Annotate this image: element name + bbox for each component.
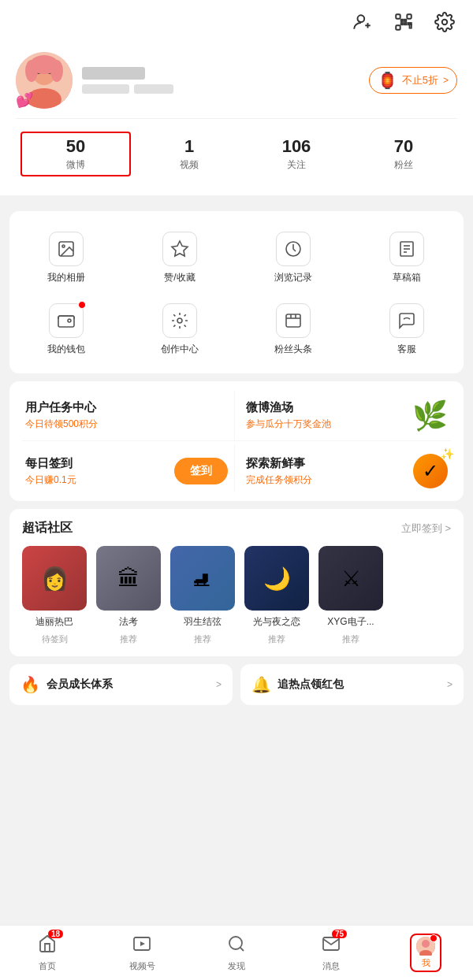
discover-label: 发现 bbox=[228, 960, 245, 972]
topic-hanyu-name: 羽生结弦 bbox=[184, 615, 222, 629]
profile-name bbox=[82, 67, 145, 80]
menu-fan-headline[interactable]: 粉丝头条 bbox=[236, 295, 350, 367]
profile-section: 💕 🏮 不止5折 > 50 微博 1 视频 106 bbox=[0, 44, 473, 195]
nav-message[interactable]: 75 消息 bbox=[284, 934, 378, 972]
message-badge: 75 bbox=[332, 930, 347, 938]
topic-bar-exam[interactable]: 🏛 法考 推荐 bbox=[96, 546, 161, 645]
topic-dilraba-img: 👩 bbox=[22, 546, 87, 611]
super-topic-action[interactable]: 立即签到 > bbox=[401, 522, 451, 536]
settings-button[interactable] bbox=[432, 9, 457, 35]
stat-fans-number: 70 bbox=[350, 136, 457, 157]
super-topic-header: 超话社区 立即签到 > bbox=[22, 520, 451, 536]
nav-video[interactable]: 视频号 bbox=[95, 934, 189, 972]
menu-customer-service[interactable]: 客服 bbox=[350, 295, 464, 367]
svg-point-30 bbox=[177, 318, 182, 323]
avatar-heart: 💕 bbox=[16, 91, 33, 109]
topic-dilraba-name: 迪丽热巴 bbox=[35, 615, 73, 629]
topic-light-night-img: 🌙 bbox=[244, 546, 309, 611]
menu-creator[interactable]: 创作中心 bbox=[123, 295, 236, 367]
topic-light-night-status: 推荐 bbox=[268, 633, 285, 645]
stat-following[interactable]: 106 关注 bbox=[243, 136, 350, 172]
promo-arrow: > bbox=[443, 75, 449, 86]
member-growth-card[interactable]: 🔥 会员成长体系 > bbox=[9, 664, 233, 705]
topic-dilraba[interactable]: 👩 迪丽热巴 待签到 bbox=[22, 546, 87, 645]
menu-wallet[interactable]: 我的钱包 bbox=[9, 295, 123, 367]
nav-avatar bbox=[416, 937, 435, 956]
stat-following-number: 106 bbox=[243, 136, 350, 157]
task-daily-checkin[interactable]: 每日签到 今日赚0.1元 签到 bbox=[22, 444, 235, 492]
topic-dilraba-status: 待签到 bbox=[42, 633, 68, 645]
super-topic-title: 超话社区 bbox=[22, 520, 73, 536]
album-icon bbox=[49, 232, 84, 266]
topic-list: 👩 迪丽热巴 待签到 🏛 法考 推荐 ⛸ 羽生结弦 推荐 🌙 光与夜之恋 bbox=[22, 546, 451, 645]
likes-icon bbox=[162, 232, 197, 266]
likes-label: 赞/收藏 bbox=[164, 271, 195, 284]
svg-rect-29 bbox=[58, 316, 74, 327]
drafts-label: 草稿箱 bbox=[393, 271, 421, 284]
stat-fans[interactable]: 70 粉丝 bbox=[350, 136, 457, 172]
task-fish-icon: 🌿 bbox=[412, 402, 448, 430]
fan-headline-label: 粉丝头条 bbox=[274, 343, 312, 356]
home-label: 首页 bbox=[39, 960, 56, 972]
promo-icon: 🏮 bbox=[378, 71, 397, 90]
svg-marker-23 bbox=[172, 241, 188, 256]
svg-point-40 bbox=[422, 940, 430, 948]
topic-hanyu-status: 推荐 bbox=[194, 633, 211, 645]
menu-drafts[interactable]: 草稿箱 bbox=[350, 224, 464, 295]
stats-row: 50 微博 1 视频 106 关注 70 粉丝 bbox=[16, 118, 457, 183]
task-explore[interactable]: 探索新鲜事 完成任务领积分 ✓ ✨ bbox=[235, 444, 452, 492]
topic-hanyu[interactable]: ⛸ 羽生结弦 推荐 bbox=[170, 546, 235, 645]
topic-bar-exam-name: 法考 bbox=[119, 615, 138, 629]
member-growth-arrow: > bbox=[216, 679, 222, 690]
topic-light-night[interactable]: 🌙 光与夜之恋 推荐 bbox=[244, 546, 309, 645]
svg-point-37 bbox=[229, 937, 242, 949]
svg-rect-9 bbox=[401, 23, 403, 24]
topic-light-night-name: 光与夜之恋 bbox=[253, 615, 300, 629]
trending-icon: 🔔 bbox=[251, 675, 271, 694]
topic-bar-exam-img: 🏛 bbox=[96, 546, 161, 611]
menu-album[interactable]: 我的相册 bbox=[9, 224, 123, 295]
svg-point-22 bbox=[62, 245, 65, 247]
video-label: 视频号 bbox=[129, 960, 155, 972]
nav-avatar-dot bbox=[430, 934, 438, 942]
menu-likes[interactable]: 赞/收藏 bbox=[123, 224, 236, 295]
task-fish-title: 微博渔场 bbox=[246, 400, 331, 415]
task-mission-center[interactable]: 用户任务中心 今日待领500积分 bbox=[22, 391, 235, 440]
customer-service-label: 客服 bbox=[397, 343, 416, 356]
stat-weibo-label: 微博 bbox=[22, 158, 129, 172]
topic-xyg-img: ⚔ bbox=[318, 546, 383, 611]
avatar[interactable]: 💕 bbox=[16, 52, 73, 109]
album-label: 我的相册 bbox=[47, 271, 85, 284]
menu-history[interactable]: 浏览记录 bbox=[236, 224, 350, 295]
task-mission-sub: 今日待领500积分 bbox=[25, 418, 228, 431]
nav-profile[interactable]: 我 bbox=[378, 934, 473, 972]
trending-text: 追热点领红包 bbox=[277, 677, 344, 692]
video-icon bbox=[132, 934, 151, 958]
discover-icon bbox=[227, 934, 246, 958]
fan-headline-icon bbox=[276, 303, 311, 338]
task-card: 用户任务中心 今日待领500积分 微博渔场 参与瓜分十万奖金池 🌿 每日签到 今… bbox=[9, 381, 464, 501]
svg-marker-36 bbox=[140, 941, 145, 946]
stat-following-label: 关注 bbox=[243, 158, 350, 172]
task-fish-pond[interactable]: 微博渔场 参与瓜分十万奖金池 🌿 bbox=[235, 391, 452, 440]
task-explore-title: 探索新鲜事 bbox=[246, 456, 312, 471]
topic-xyg[interactable]: ⚔ XYG电子... 推荐 bbox=[318, 546, 383, 645]
nav-home[interactable]: 18 首页 bbox=[0, 934, 95, 972]
profile-extra bbox=[134, 84, 173, 94]
nav-discover[interactable]: 发现 bbox=[189, 934, 284, 972]
creator-label: 创作中心 bbox=[161, 343, 199, 356]
history-label: 浏览记录 bbox=[274, 271, 312, 284]
drafts-icon bbox=[389, 232, 424, 266]
trending-redpack-card[interactable]: 🔔 追热点领红包 > bbox=[240, 664, 464, 705]
promo-badge[interactable]: 🏮 不止5折 > bbox=[369, 67, 457, 94]
add-user-button[interactable] bbox=[350, 9, 375, 35]
scan-button[interactable] bbox=[391, 9, 416, 35]
checkin-button[interactable]: 签到 bbox=[174, 458, 228, 484]
svg-rect-4 bbox=[407, 14, 411, 18]
stat-weibo[interactable]: 50 微博 bbox=[20, 132, 131, 176]
message-icon: 75 bbox=[322, 934, 341, 958]
stat-video[interactable]: 1 视频 bbox=[136, 136, 243, 172]
topic-bar-exam-status: 推荐 bbox=[120, 633, 137, 645]
wallet-icon bbox=[49, 303, 84, 338]
svg-rect-8 bbox=[404, 23, 406, 24]
